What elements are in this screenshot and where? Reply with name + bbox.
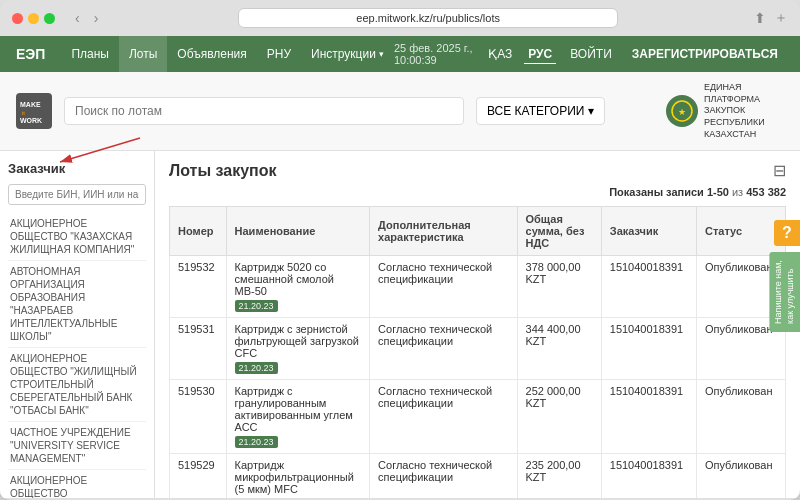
back-button[interactable]: ‹: [71, 8, 84, 28]
top-nav: ЕЭП Планы Лоты Объявления РНУ Инструкции…: [0, 36, 800, 72]
cell-org: 151040018391: [601, 256, 696, 318]
svg-text:★: ★: [678, 107, 686, 117]
maximize-button[interactable]: [44, 13, 55, 24]
traffic-lights: [12, 13, 55, 24]
makeWork-logo: MAKE it WORK: [16, 93, 52, 129]
close-button[interactable]: [12, 13, 23, 24]
sidebar-item[interactable]: АКЦИОНЕРНОЕ ОБЩЕСТВО "ЖИЛИЩНЫЙ СТРОИТЕЛЬ…: [8, 348, 146, 422]
nav-date: 25 фев. 2025 г., 10:00:39: [394, 42, 476, 66]
svg-text:it: it: [22, 110, 25, 116]
nav-brand: ЕЭП: [16, 46, 45, 62]
forward-button[interactable]: ›: [90, 8, 103, 28]
browser-right-controls: ⬆ ＋: [754, 9, 788, 27]
lang-kaz[interactable]: ҚАЗ: [484, 45, 516, 63]
table-row[interactable]: 519531 Картридж с зернистой фильтрующей …: [170, 318, 786, 380]
col-header-sum: Общая сумма, без НДС: [517, 207, 601, 256]
cell-sum: 344 400,00 KZT: [517, 318, 601, 380]
lots-table: Номер Наименование Дополнительная характ…: [169, 206, 786, 498]
cell-description: Согласно технической спецификации: [370, 380, 517, 454]
platform-name: ЕДИНАЯ ПЛАТФОРМА ЗАКУПОК РЕСПУБЛИКИ КАЗА…: [704, 82, 784, 140]
sidebar-item[interactable]: АКЦИОНЕРНОЕ ОБЩЕСТВО "ТРАНСТЕЛЕКОМ": [8, 470, 146, 498]
nav-right: 25 фев. 2025 г., 10:00:39 ҚАЗ РУС ВОЙТИ …: [394, 42, 784, 66]
feedback-label: Напишите нам, как улучшить: [773, 260, 795, 324]
logo-area: MAKE it WORK: [16, 93, 52, 129]
cell-sum: 378 000,00 KZT: [517, 256, 601, 318]
share-icon[interactable]: ⬆: [754, 10, 766, 26]
lang-rus[interactable]: РУС: [524, 45, 556, 64]
content-area: Заказчик АКЦИОНЕРНОЕ ОБЩЕСТВО "КАЗАХСКАЯ…: [0, 151, 800, 498]
col-header-name: Наименование: [226, 207, 370, 256]
cell-status: Опубликован: [696, 454, 785, 498]
address-bar[interactable]: eep.mitwork.kz/ru/publics/lots: [238, 8, 618, 28]
chevron-down-icon: ▾: [379, 49, 384, 59]
search-area: MAKE it WORK ВСЕ КАТЕГОРИИ ▾ ★: [0, 72, 800, 151]
cell-name: Картридж с гранулированным активированны…: [226, 380, 370, 454]
table-row[interactable]: 519529 Картридж микрофильтрационный (5 м…: [170, 454, 786, 498]
categories-button[interactable]: ВСЕ КАТЕГОРИИ ▾: [476, 97, 605, 125]
platform-emblem: ★: [666, 95, 698, 127]
cell-number: 519531: [170, 318, 227, 380]
col-header-number: Номер: [170, 207, 227, 256]
cell-description: Согласно технической спецификации: [370, 454, 517, 498]
table-row[interactable]: 519532 Картридж 5020 со смешанной смолой…: [170, 256, 786, 318]
cell-org: 151040018391: [601, 318, 696, 380]
cell-description: Согласно технической спецификации: [370, 256, 517, 318]
sidebar-item[interactable]: АВТОНОМНАЯ ОРГАНИЗАЦИЯ ОБРАЗОВАНИЯ "НАЗА…: [8, 261, 146, 348]
sidebar: Заказчик АКЦИОНЕРНОЕ ОБЩЕСТВО "КАЗАХСКАЯ…: [0, 151, 155, 498]
register-button[interactable]: ЗАРЕГИСТРИРОВАТЬСЯ: [626, 45, 784, 63]
filter-icon[interactable]: ⊟: [773, 161, 786, 180]
sidebar-item[interactable]: ЧАСТНОЕ УЧРЕЖДЕНИЕ "UNIVERSITY SERVICE M…: [8, 422, 146, 470]
cell-number: 519529: [170, 454, 227, 498]
chevron-down-icon: ▾: [588, 104, 594, 118]
search-input-wrapper: [64, 97, 464, 125]
categories-label: ВСЕ КАТЕГОРИИ: [487, 104, 584, 118]
cell-name: Картридж микрофильтрационный (5 мкм) MFC…: [226, 454, 370, 498]
cell-name: Картридж с зернистой фильтрующей загрузк…: [226, 318, 370, 380]
nav-items: Планы Лоты Объявления РНУ Инструкции ▾: [61, 36, 394, 72]
table-row[interactable]: 519530 Картридж с гранулированным активи…: [170, 380, 786, 454]
browser-window: ‹ › eep.mitwork.kz/ru/publics/lots ⬆ ＋ Е…: [0, 0, 800, 500]
help-button[interactable]: ?: [774, 220, 800, 246]
help-label: ?: [782, 224, 792, 242]
svg-text:MAKE: MAKE: [20, 101, 41, 108]
feedback-button[interactable]: Напишите нам, как улучшить: [769, 252, 800, 332]
minimize-button[interactable]: [28, 13, 39, 24]
cell-description: Согласно технической спецификации: [370, 318, 517, 380]
nav-announcements[interactable]: Объявления: [167, 36, 256, 72]
search-input[interactable]: [64, 97, 464, 125]
cell-org: 151040018391: [601, 380, 696, 454]
login-button[interactable]: ВОЙТИ: [564, 45, 618, 63]
sidebar-title: Заказчик: [8, 161, 146, 176]
cell-sum: 252 000,00 KZT: [517, 380, 601, 454]
page-title: Лоты закупок: [169, 162, 277, 180]
address-bar-container: eep.mitwork.kz/ru/publics/lots: [110, 8, 746, 28]
tag-badge: 21.20.23: [235, 362, 278, 374]
lots-header: Лоты закупок ⊟: [169, 161, 786, 180]
new-tab-icon[interactable]: ＋: [774, 9, 788, 27]
main-wrapper: ЕЭП Планы Лоты Объявления РНУ Инструкции…: [0, 36, 800, 498]
sidebar-item[interactable]: АКЦИОНЕРНОЕ ОБЩЕСТВО "КАЗАХСКАЯ ЖИЛИЩНАЯ…: [8, 213, 146, 261]
browser-controls: ‹ ›: [71, 8, 102, 28]
cell-number: 519532: [170, 256, 227, 318]
cell-sum: 235 200,00 KZT: [517, 454, 601, 498]
cell-status: Опубликован: [696, 380, 785, 454]
tag-badge: 21.20.23: [235, 436, 278, 448]
col-header-org: Заказчик: [601, 207, 696, 256]
cell-name: Картридж 5020 со смешанной смолой МВ-50 …: [226, 256, 370, 318]
browser-titlebar: ‹ › eep.mitwork.kz/ru/publics/lots ⬆ ＋: [0, 0, 800, 36]
cell-org: 151040018391: [601, 454, 696, 498]
nav-lots[interactable]: Лоты: [119, 36, 167, 72]
svg-line-7: [60, 151, 140, 162]
col-header-description: Дополнительная характеристика: [370, 207, 517, 256]
tag-badge: 21.20.23: [235, 300, 278, 312]
svg-text:WORK: WORK: [20, 117, 42, 124]
platform-logo: ★ ЕДИНАЯ ПЛАТФОРМА ЗАКУПОК РЕСПУБЛИКИ КА…: [666, 82, 784, 140]
col-header-status: Статус: [696, 207, 785, 256]
nav-plans[interactable]: Планы: [61, 36, 119, 72]
nav-instructions[interactable]: Инструкции ▾: [301, 36, 394, 72]
cell-number: 519530: [170, 380, 227, 454]
results-info: Показаны записи 1-50 из 453 382: [169, 186, 786, 198]
main-content: Лоты закупок ⊟ Показаны записи 1-50 из 4…: [155, 151, 800, 498]
nav-pnu[interactable]: РНУ: [257, 36, 301, 72]
sidebar-customer-input[interactable]: [8, 184, 146, 205]
